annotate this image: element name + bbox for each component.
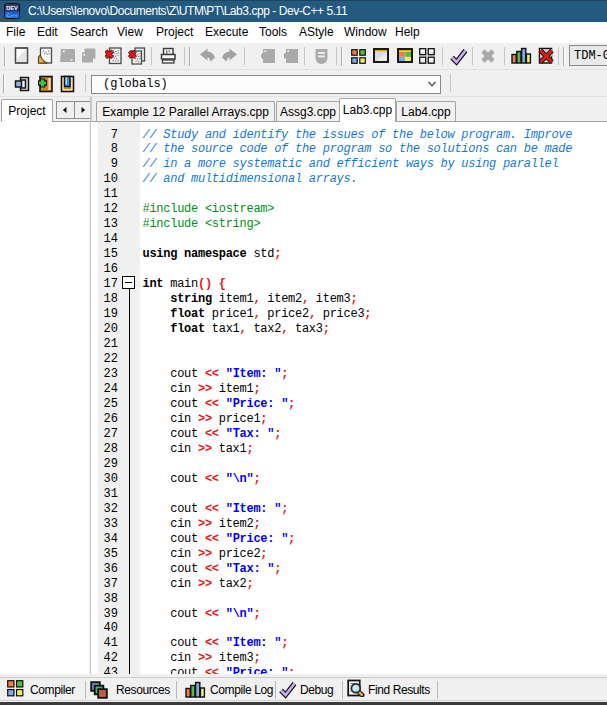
svg-text:DEV: DEV [6, 5, 18, 11]
svg-text:C++: C++ [6, 12, 18, 18]
